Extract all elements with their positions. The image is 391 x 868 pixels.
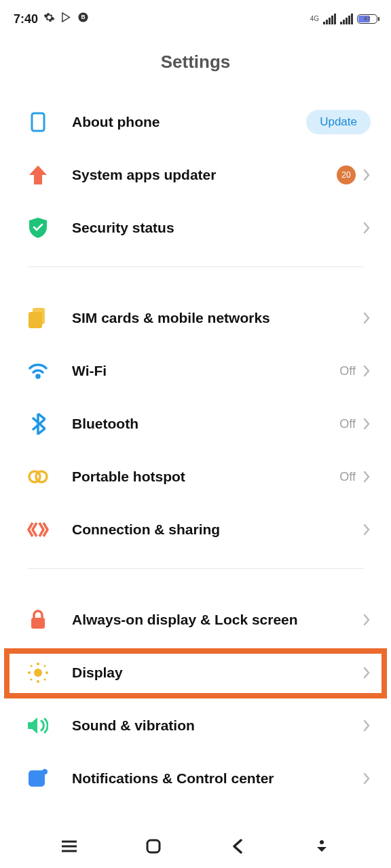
- svg-point-15: [30, 678, 32, 680]
- nav-back-button[interactable]: [224, 833, 251, 860]
- row-label: Notifications & Control center: [72, 770, 362, 787]
- phone-icon: [27, 111, 49, 133]
- speaker-icon: [27, 715, 49, 736]
- svg-rect-2: [32, 113, 44, 131]
- update-count-badge: 20: [337, 165, 356, 184]
- svg-point-11: [28, 671, 31, 674]
- hotspot-icon: [27, 466, 49, 488]
- row-label: SIM cards & mobile networks: [72, 310, 362, 326]
- row-wifi[interactable]: Wi-Fi Off: [0, 344, 391, 397]
- circle-b-icon: B: [77, 12, 89, 26]
- update-pill[interactable]: Update: [306, 110, 371, 134]
- arrow-up-icon: [27, 164, 49, 186]
- battery-icon: 67: [357, 14, 377, 24]
- svg-point-14: [43, 665, 45, 667]
- sun-icon: [27, 662, 49, 684]
- svg-text:B: B: [81, 14, 85, 20]
- settings-list: About phone Update System apps updater 2…: [0, 96, 391, 805]
- row-system-updater[interactable]: System apps updater 20: [0, 149, 391, 201]
- row-lock-screen[interactable]: Always-on display & Lock screen: [0, 593, 391, 646]
- hotspot-status: Off: [339, 470, 356, 484]
- svg-rect-19: [147, 840, 160, 852]
- wifi-status: Off: [339, 364, 356, 378]
- row-label: Bluetooth: [72, 416, 339, 432]
- svg-point-18: [42, 769, 48, 774]
- svg-point-8: [34, 669, 42, 677]
- row-bluetooth[interactable]: Bluetooth Off: [0, 397, 391, 450]
- row-connection-sharing[interactable]: Connection & sharing: [0, 503, 391, 556]
- chevron-right-icon: [362, 719, 371, 732]
- row-notifications[interactable]: Notifications & Control center: [0, 752, 391, 805]
- chevron-right-icon: [362, 470, 371, 484]
- svg-rect-4: [29, 312, 42, 328]
- chevron-right-icon: [362, 523, 371, 536]
- signal-icon-1: [323, 14, 336, 24]
- svg-point-13: [30, 665, 32, 667]
- svg-point-12: [45, 671, 48, 674]
- bluetooth-icon: [27, 413, 49, 435]
- row-label: Security status: [72, 220, 362, 236]
- divider: [27, 568, 364, 569]
- row-sound-vibration[interactable]: Sound & vibration: [0, 699, 391, 752]
- status-time: 7:40: [14, 12, 38, 26]
- signal-icon-2: [340, 14, 353, 24]
- chevron-right-icon: [362, 168, 371, 182]
- svg-point-9: [37, 663, 39, 665]
- chevron-right-icon: [362, 417, 371, 431]
- sharing-icon: [27, 519, 49, 540]
- play-icon: [60, 12, 72, 26]
- chevron-right-icon: [362, 613, 371, 627]
- chevron-right-icon: [362, 772, 371, 785]
- svg-point-10: [37, 680, 39, 683]
- row-about-phone[interactable]: About phone Update: [0, 96, 391, 149]
- page-title: Settings: [0, 52, 391, 73]
- row-sim-cards[interactable]: SIM cards & mobile networks: [0, 292, 391, 344]
- navigation-bar: [0, 825, 391, 868]
- row-security-status[interactable]: Security status: [0, 201, 391, 254]
- nav-menu-button[interactable]: [56, 833, 83, 860]
- chevron-right-icon: [362, 666, 371, 679]
- row-label: Display: [72, 665, 362, 681]
- row-label: Sound & vibration: [72, 717, 362, 734]
- bluetooth-status: Off: [339, 417, 356, 431]
- row-label: System apps updater: [72, 167, 337, 183]
- svg-point-20: [320, 840, 324, 844]
- row-label: Always-on display & Lock screen: [72, 612, 362, 628]
- lock-icon: [27, 609, 49, 631]
- divider: [27, 267, 364, 267]
- gear-icon: [43, 12, 55, 26]
- nav-dropdown-button[interactable]: [308, 833, 335, 860]
- status-bar: 7:40 B 4G 67: [0, 0, 391, 33]
- row-hotspot[interactable]: Portable hotspot Off: [0, 450, 391, 503]
- chevron-right-icon: [362, 311, 371, 325]
- row-label: Connection & sharing: [72, 521, 362, 538]
- row-label: Wi-Fi: [72, 363, 339, 379]
- svg-point-6: [36, 471, 47, 482]
- svg-point-16: [43, 678, 45, 680]
- control-center-icon: [27, 768, 49, 789]
- sim-icon: [27, 307, 49, 329]
- chevron-right-icon: [362, 364, 371, 378]
- network-type: 4G: [310, 16, 319, 22]
- shield-check-icon: [27, 217, 49, 239]
- row-label: About phone: [72, 114, 306, 130]
- svg-rect-7: [31, 618, 45, 629]
- wifi-icon: [27, 360, 49, 382]
- row-display[interactable]: Display: [0, 646, 391, 699]
- chevron-right-icon: [362, 221, 371, 235]
- nav-home-button[interactable]: [140, 833, 167, 860]
- row-label: Portable hotspot: [72, 469, 339, 485]
